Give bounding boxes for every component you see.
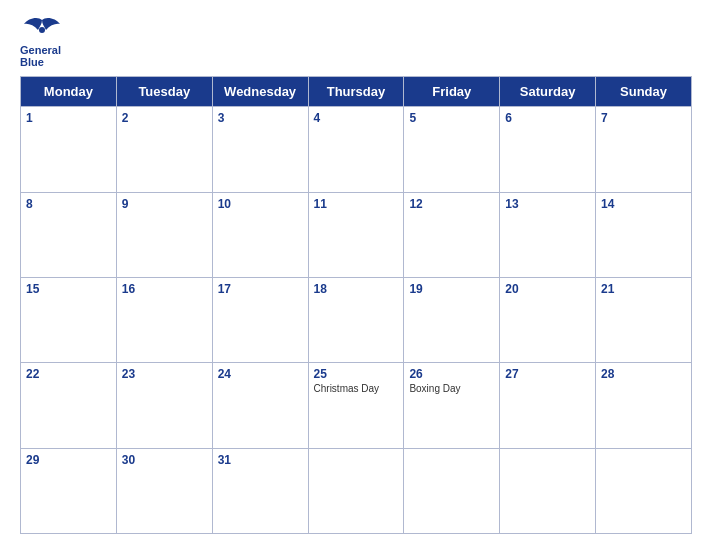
day-header-saturday: Saturday [500,77,596,107]
date-number: 11 [314,197,399,211]
day-header-sunday: Sunday [596,77,692,107]
date-cell-4: 4 [308,107,404,192]
date-number: 26 [409,367,494,381]
date-cell-9: 9 [116,192,212,277]
date-number: 21 [601,282,686,296]
logo-text: General Blue [20,44,61,68]
day-header-friday: Friday [404,77,500,107]
header-row: MondayTuesdayWednesdayThursdayFridaySatu… [21,77,692,107]
date-number: 13 [505,197,590,211]
date-number: 25 [314,367,399,381]
date-number: 5 [409,111,494,125]
svg-point-0 [39,27,45,33]
date-cell-10: 10 [212,192,308,277]
date-number: 23 [122,367,207,381]
date-cell-15: 15 [21,277,117,362]
date-number: 19 [409,282,494,296]
date-number: 28 [601,367,686,381]
date-number: 20 [505,282,590,296]
date-number: 18 [314,282,399,296]
logo-icon [20,16,64,44]
date-cell-22: 22 [21,363,117,448]
date-number: 14 [601,197,686,211]
date-cell-3: 3 [212,107,308,192]
date-number: 7 [601,111,686,125]
date-number: 15 [26,282,111,296]
day-header-thursday: Thursday [308,77,404,107]
date-cell-11: 11 [308,192,404,277]
date-number: 29 [26,453,111,467]
week-row-1: 1234567 [21,107,692,192]
date-number: 27 [505,367,590,381]
date-cell-21: 21 [596,277,692,362]
date-cell-27: 27 [500,363,596,448]
date-number: 22 [26,367,111,381]
week-row-2: 891011121314 [21,192,692,277]
date-cell-1: 1 [21,107,117,192]
date-cell-29: 29 [21,448,117,533]
date-cell-31: 31 [212,448,308,533]
country-label [612,16,692,22]
date-cell-20: 20 [500,277,596,362]
calendar-header: General Blue [20,16,692,68]
date-number: 4 [314,111,399,125]
date-cell-16: 16 [116,277,212,362]
date-cell-8: 8 [21,192,117,277]
week-row-3: 15161718192021 [21,277,692,362]
date-cell-6: 6 [500,107,596,192]
date-number: 30 [122,453,207,467]
week-row-5: 293031 [21,448,692,533]
date-cell-23: 23 [116,363,212,448]
logo: General Blue [20,16,64,68]
day-header-wednesday: Wednesday [212,77,308,107]
week-row-4: 22232425Christmas Day26Boxing Day2728 [21,363,692,448]
date-number: 31 [218,453,303,467]
day-header-monday: Monday [21,77,117,107]
date-cell-2: 2 [116,107,212,192]
date-number: 10 [218,197,303,211]
date-number: 9 [122,197,207,211]
date-number: 16 [122,282,207,296]
date-number: 2 [122,111,207,125]
date-cell-empty [404,448,500,533]
date-cell-13: 13 [500,192,596,277]
date-number: 8 [26,197,111,211]
date-cell-30: 30 [116,448,212,533]
date-number: 24 [218,367,303,381]
calendar-table: MondayTuesdayWednesdayThursdayFridaySatu… [20,76,692,534]
date-number: 3 [218,111,303,125]
date-number: 1 [26,111,111,125]
date-cell-24: 24 [212,363,308,448]
date-cell-5: 5 [404,107,500,192]
date-cell-18: 18 [308,277,404,362]
day-header-tuesday: Tuesday [116,77,212,107]
date-number: 12 [409,197,494,211]
holiday-label: Christmas Day [314,383,399,394]
date-cell-empty [308,448,404,533]
date-cell-empty [596,448,692,533]
date-cell-25: 25Christmas Day [308,363,404,448]
date-cell-17: 17 [212,277,308,362]
date-cell-19: 19 [404,277,500,362]
date-cell-12: 12 [404,192,500,277]
date-cell-26: 26Boxing Day [404,363,500,448]
date-number: 6 [505,111,590,125]
holiday-label: Boxing Day [409,383,494,394]
date-number: 17 [218,282,303,296]
date-cell-empty [500,448,596,533]
date-cell-7: 7 [596,107,692,192]
date-cell-14: 14 [596,192,692,277]
date-cell-28: 28 [596,363,692,448]
